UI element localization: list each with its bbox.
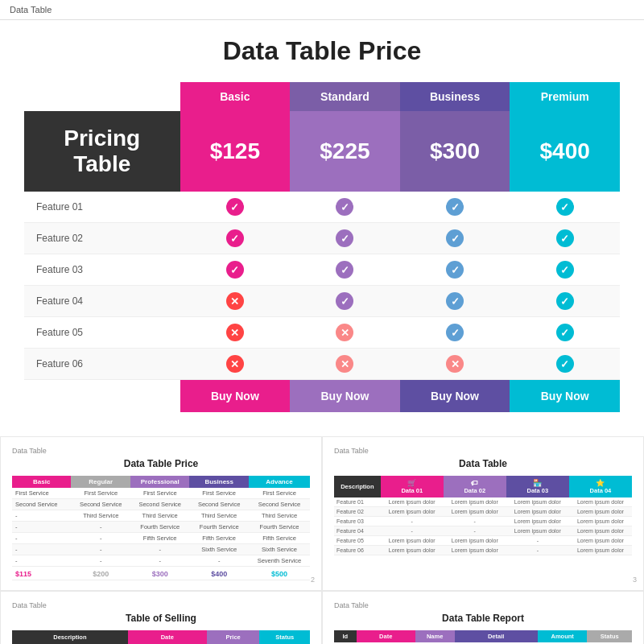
feature-name: Feature 05 xyxy=(24,317,180,349)
ms-status-header: Status xyxy=(259,630,310,644)
check-icon: ✓ xyxy=(226,261,244,279)
mt-col-basic: Basic xyxy=(12,476,71,488)
check-icon: ✓ xyxy=(446,198,464,216)
buy-standard-button[interactable]: Buy Now xyxy=(290,380,400,412)
tab-label[interactable]: Data Table xyxy=(10,5,52,14)
check-icon: ✓ xyxy=(556,292,574,310)
ms-date-header: Date xyxy=(128,630,207,644)
check-icon: ✓ xyxy=(336,198,353,216)
thumb-cell-2: Data Table Data Table Price Basic Regula… xyxy=(0,436,322,591)
feature-row: Feature 01 ✓ ✓ ✓ ✓ xyxy=(24,192,620,223)
pricing-label-header xyxy=(24,82,180,111)
mr-status-header: Status xyxy=(587,630,632,642)
mr-amount-header: Amount xyxy=(538,630,588,642)
check-icon: ✓ xyxy=(556,355,574,373)
buy-basic-button[interactable]: Buy Now xyxy=(180,380,291,412)
feature-name: Feature 03 xyxy=(24,254,180,286)
thumb-label-5: Data Table xyxy=(334,601,632,609)
check-icon: ✓ xyxy=(556,261,574,279)
check-no-icon: ✕ xyxy=(336,355,353,373)
check-icon: ✓ xyxy=(556,229,574,247)
mr-detail-header: Detail xyxy=(455,630,538,642)
mdt-d2-header: 🏷 Data 02 xyxy=(444,476,506,497)
check-icon: ✓ xyxy=(446,261,464,279)
feature-row: Feature 03 ✓ ✓ ✓ ✓ xyxy=(24,254,620,286)
th-premium: Premium xyxy=(510,82,620,111)
thumb-title-2: Data Table Price xyxy=(12,458,310,469)
feature-name: Feature 06 xyxy=(24,349,180,380)
check-icon: ✓ xyxy=(446,229,464,247)
thumb-cell-4: Data Table Table of Selling Description … xyxy=(0,591,322,644)
mdt-d3-header: 🏪 Data 03 xyxy=(506,476,569,497)
feature-row: Feature 04 ✕ ✓ ✓ ✓ xyxy=(24,286,620,317)
mini-pricing-table: Basic Regular Professional Business Adva… xyxy=(12,476,310,580)
thumb-title-4: Table of Selling xyxy=(12,613,310,624)
mt-col-professional: Professional xyxy=(130,476,189,488)
buy-empty xyxy=(24,380,180,413)
check-icon: ✓ xyxy=(556,324,574,341)
thumb-cell-5: Data Table Data Table Report Id Date Nam… xyxy=(322,591,644,644)
mt-col-regular: Regular xyxy=(71,476,130,488)
check-icon: ✓ xyxy=(446,324,464,341)
ms-desc-header: Description xyxy=(12,630,128,644)
tab-bar: Data Table xyxy=(0,0,644,20)
buy-business-button[interactable]: Buy Now xyxy=(400,380,510,412)
price-standard: $225 xyxy=(290,111,400,192)
feature-row: Feature 05 ✕ ✕ ✓ ✓ xyxy=(24,317,620,349)
thumb-title-5: Data Table Report xyxy=(334,613,632,624)
pricing-table: Basic Standard Business Premium PricingT… xyxy=(24,82,620,412)
check-no-icon: ✕ xyxy=(226,292,244,310)
page-1: Data Table Price Basic Standard Business… xyxy=(0,20,644,436)
mini-report-table: Id Date Name Detail Amount Status #01 11… xyxy=(334,630,632,644)
page-num-2: 2 xyxy=(311,576,315,584)
mr-date-header: Date xyxy=(357,630,415,642)
ms-price-header: Price xyxy=(207,630,260,644)
price-premium: $400 xyxy=(510,111,620,192)
feature-row: Feature 06 ✕ ✕ ✕ ✓ xyxy=(24,349,620,380)
price-basic: $125 xyxy=(180,111,291,192)
mini-selling-table: Description Date Price Status Lorem ipsu… xyxy=(12,630,310,644)
page-num-3: 3 xyxy=(633,576,637,584)
mdt-d4-header: ⭐ Data 04 xyxy=(569,476,632,497)
mr-id-header: Id xyxy=(334,630,357,642)
check-icon: ✓ xyxy=(226,229,244,247)
mini-data-table: Description 🛒 Data 01 🏷 Data 02 🏪 Data 0… xyxy=(334,476,632,555)
thumb-label-4: Data Table xyxy=(12,601,310,609)
mr-name-header: Name xyxy=(415,630,455,642)
pricing-label-cell: PricingTable xyxy=(24,111,180,192)
price-row: PricingTable $125 $225 $300 $400 xyxy=(24,111,620,192)
check-icon: ✓ xyxy=(336,229,353,247)
thumb-title-3: Data Table xyxy=(334,458,632,469)
feature-name: Feature 02 xyxy=(24,223,180,254)
feature-name: Feature 01 xyxy=(24,192,180,223)
thumbnail-grid: Data Table Data Table Price Basic Regula… xyxy=(0,436,644,644)
check-icon: ✓ xyxy=(336,292,353,310)
th-basic: Basic xyxy=(180,82,291,111)
buy-row: Buy Now Buy Now Buy Now Buy Now xyxy=(24,380,620,413)
check-no-icon: ✕ xyxy=(336,324,353,341)
feature-name: Feature 04 xyxy=(24,286,180,317)
check-icon: ✓ xyxy=(446,292,464,310)
thumb-cell-3: Data Table Data Table Description 🛒 Data… xyxy=(322,436,644,591)
th-standard: Standard xyxy=(290,82,400,111)
check-icon: ✓ xyxy=(556,198,574,216)
check-no-icon: ✕ xyxy=(226,355,244,373)
feature-row: Feature 02 ✓ ✓ ✓ ✓ xyxy=(24,223,620,254)
main-title: Data Table Price xyxy=(24,36,620,66)
check-icon: ✓ xyxy=(336,261,353,279)
thumb-label-2: Data Table xyxy=(12,447,310,455)
check-icon: ✓ xyxy=(226,198,244,216)
header-row: Basic Standard Business Premium xyxy=(24,82,620,111)
price-business: $300 xyxy=(400,111,510,192)
check-no-icon: ✕ xyxy=(226,324,244,341)
mdt-d1-header: 🛒 Data 01 xyxy=(381,476,444,497)
check-no-icon: ✕ xyxy=(446,355,464,373)
th-business: Business xyxy=(400,82,510,111)
mdt-desc-header: Description xyxy=(334,476,381,497)
buy-premium-button[interactable]: Buy Now xyxy=(510,380,620,412)
thumb-label-3: Data Table xyxy=(334,447,632,455)
mt-col-business: Business xyxy=(189,476,248,488)
mt-col-advance: Advance xyxy=(249,476,310,488)
